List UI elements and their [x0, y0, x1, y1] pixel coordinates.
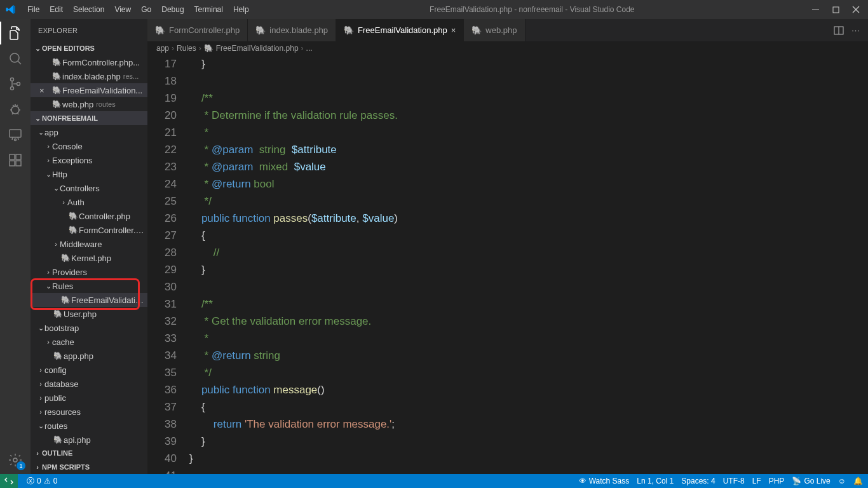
open-editor-item[interactable]: 🐘web.phproutes: [31, 97, 147, 111]
file-label: FormController.php: [79, 226, 147, 235]
breadcrumb-item[interactable]: ...: [306, 44, 313, 53]
status-eol[interactable]: LF: [752, 477, 761, 485]
remote-indicator[interactable]: [0, 474, 18, 488]
code-editor[interactable]: 1718192021222324252627282930313233343536…: [147, 55, 868, 474]
remote-icon[interactable]: [6, 126, 24, 144]
php-icon: 🐘: [471, 25, 482, 35]
file-label: FormController.php...: [62, 58, 140, 67]
file-item[interactable]: 🐘FreeEmailValidation....: [31, 293, 147, 307]
file-item[interactable]: 🐘FormController.php: [31, 223, 147, 237]
file-item[interactable]: 🐘User.php: [31, 307, 147, 321]
file-label: Kernel.php: [71, 254, 111, 263]
broadcast-icon: 📡: [792, 477, 801, 485]
status-watch-sass[interactable]: 👁Watch Sass: [579, 477, 630, 485]
folder-item[interactable]: ›Auth: [31, 195, 147, 209]
status-indentation[interactable]: Spaces: 4: [681, 477, 715, 485]
section-npm-scripts[interactable]: › NPM SCRIPTS: [31, 460, 147, 474]
search-icon[interactable]: [6, 50, 24, 67]
menu-debug[interactable]: Debug: [157, 3, 188, 17]
folder-label: resources: [44, 407, 81, 417]
folder-item[interactable]: ›config: [31, 363, 147, 377]
close-icon[interactable]: ×: [39, 86, 50, 95]
file-label: api.php: [64, 435, 91, 445]
folder-item[interactable]: ›Middleware: [31, 237, 147, 251]
breadcrumb-item[interactable]: FreeEmailValidation.php: [216, 44, 299, 53]
file-item[interactable]: 🐘Controller.php: [31, 209, 147, 223]
folder-item[interactable]: ⌄Rules: [31, 279, 147, 293]
file-label: FreeEmailValidation...: [62, 86, 142, 95]
folder-item[interactable]: ⌄Http: [31, 167, 147, 181]
open-editor-item[interactable]: 🐘index.blade.phpres...: [31, 69, 147, 83]
folder-label: public: [44, 393, 66, 403]
extensions-icon[interactable]: [6, 151, 24, 169]
explorer-icon[interactable]: [6, 24, 24, 42]
svg-rect-7: [10, 130, 21, 137]
debug-icon[interactable]: [6, 100, 24, 118]
status-feedback-icon[interactable]: ☺: [838, 477, 846, 485]
folder-item[interactable]: ⌄bootstrap: [31, 321, 147, 335]
breadcrumb-item[interactable]: app: [156, 44, 169, 53]
folder-item[interactable]: ⌄app: [31, 125, 147, 139]
menu-go[interactable]: Go: [137, 3, 156, 17]
folder-item[interactable]: ⌄routes: [31, 419, 147, 433]
svg-rect-11: [16, 161, 21, 166]
folder-item[interactable]: ›Exceptions: [31, 153, 147, 167]
explorer-title: EXPLORER: [31, 19, 147, 41]
status-bell-icon[interactable]: 🔔: [853, 477, 863, 485]
folder-label: Auth: [67, 198, 85, 207]
svg-point-6: [11, 106, 19, 114]
menu-bar: File Edit Selection View Go Debug Termin…: [23, 3, 254, 17]
php-icon: 🐘: [51, 86, 62, 95]
status-cursor-position[interactable]: Ln 1, Col 1: [637, 477, 674, 485]
close-icon[interactable]: ×: [451, 25, 456, 35]
folder-label: Console: [52, 142, 83, 151]
open-editor-item[interactable]: 🐘FormController.php...: [31, 55, 147, 69]
open-editor-item[interactable]: ×🐘FreeEmailValidation...: [31, 83, 147, 97]
editor-tab[interactable]: 🐘index.blade.php: [248, 19, 336, 41]
folder-item[interactable]: ⌄Controllers: [31, 181, 147, 195]
breadcrumb-item[interactable]: Rules: [177, 44, 196, 53]
status-go-live[interactable]: 📡Go Live: [792, 477, 830, 485]
chevron-down-icon: ⌄: [44, 282, 52, 290]
folder-item[interactable]: ›resources: [31, 405, 147, 419]
section-outline[interactable]: › OUTLINE: [31, 446, 147, 460]
menu-view[interactable]: View: [110, 3, 135, 17]
folder-item[interactable]: ›database: [31, 377, 147, 391]
close-icon[interactable]: [851, 6, 860, 13]
folder-item[interactable]: ›cache: [31, 335, 147, 349]
code-content[interactable]: } /** * Determine if the validation rule…: [188, 55, 868, 474]
editor-tab[interactable]: 🐘FreeEmailValidation.php×: [336, 19, 464, 41]
breadcrumbs[interactable]: app› Rules› 🐘 FreeEmailValidation.php› .…: [147, 41, 868, 55]
status-encoding[interactable]: UTF-8: [723, 477, 745, 485]
folder-item[interactable]: ›Providers: [31, 265, 147, 279]
chevron-down-icon: ⌄: [33, 44, 42, 53]
vscode-logo-icon: [5, 4, 17, 15]
file-item[interactable]: 🐘app.php: [31, 349, 147, 363]
menu-file[interactable]: File: [23, 3, 44, 17]
chevron-right-icon: ›: [44, 268, 52, 276]
more-actions-icon[interactable]: ···: [851, 25, 860, 35]
file-label: User.php: [64, 309, 97, 319]
editor-tab[interactable]: 🐘FormController.php: [147, 19, 248, 41]
editor-tab[interactable]: 🐘web.php: [464, 19, 525, 41]
split-editor-icon[interactable]: [834, 25, 844, 36]
folder-label: database: [44, 379, 79, 389]
menu-help[interactable]: Help: [229, 3, 254, 17]
tab-label: FreeEmailValidation.php: [358, 25, 447, 35]
folder-item[interactable]: ›Console: [31, 139, 147, 153]
section-project[interactable]: ⌄ NONFREEEMAIL: [31, 111, 147, 125]
settings-gear-icon[interactable]: 1: [6, 451, 24, 469]
menu-terminal[interactable]: Terminal: [190, 3, 227, 17]
menu-selection[interactable]: Selection: [69, 3, 109, 17]
minimize-icon[interactable]: [811, 6, 820, 13]
status-problems[interactable]: ⓧ0 ⚠0: [27, 476, 57, 487]
file-item[interactable]: 🐘api.php: [31, 433, 147, 446]
file-item[interactable]: 🐘Kernel.php: [31, 251, 147, 265]
status-language[interactable]: PHP: [769, 477, 785, 485]
php-icon: 🐘: [155, 25, 165, 35]
folder-item[interactable]: ›public: [31, 391, 147, 405]
menu-edit[interactable]: Edit: [45, 3, 67, 17]
section-open-editors[interactable]: ⌄ OPEN EDITORS: [31, 41, 147, 55]
source-control-icon[interactable]: [6, 75, 24, 93]
maximize-icon[interactable]: [831, 6, 840, 13]
